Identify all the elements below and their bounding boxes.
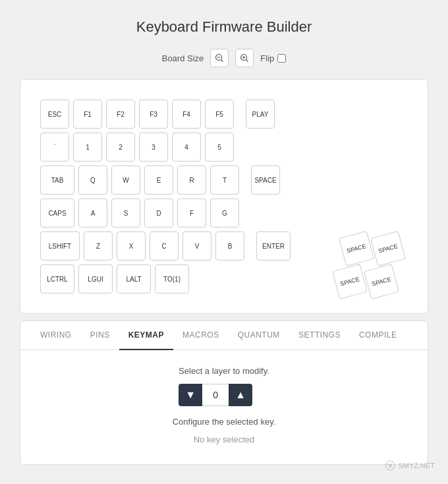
config-section: Configure the selected key. No key selec… <box>173 417 276 444</box>
layer-value: 0 <box>202 384 229 406</box>
layer-select-label: Select a layer to modify. <box>179 366 269 376</box>
key-f4[interactable]: F4 <box>172 100 201 129</box>
key-d[interactable]: D <box>144 198 173 227</box>
tab-settings[interactable]: SETTINGS <box>289 321 350 350</box>
svg-line-1 <box>221 60 223 62</box>
key-z[interactable]: Z <box>84 231 113 260</box>
key-r[interactable]: R <box>177 166 206 195</box>
key-lshift[interactable]: LSHIFT <box>40 231 80 260</box>
tab-quantum[interactable]: QUANTUM <box>229 321 289 350</box>
key-f5[interactable]: F5 <box>205 100 234 129</box>
key-t[interactable]: T <box>210 166 239 195</box>
controls-bar: Board Size Flip <box>162 49 287 67</box>
keyboard-container: ESC F1 F2 F3 F4 F5 PLAY ` 1 2 3 4 5 TAB … <box>20 79 428 314</box>
key-tab[interactable]: TAB <box>40 166 74 195</box>
key-space[interactable]: SPACE <box>251 166 280 195</box>
key-lctrl[interactable]: LCTRL <box>40 264 74 293</box>
key-c[interactable]: C <box>150 231 179 260</box>
key-caps[interactable]: CAPS <box>40 198 74 227</box>
key-s[interactable]: S <box>111 198 140 227</box>
key-esc[interactable]: ESC <box>40 100 69 129</box>
layer-section: Select a layer to modify. ▼ 0 ▲ <box>179 366 269 406</box>
key-row-2: ` 1 2 3 4 5 <box>40 133 408 162</box>
key-play[interactable]: PLAY <box>246 100 275 129</box>
key-1[interactable]: 1 <box>73 133 102 162</box>
key-space-r3[interactable]: SPACE <box>332 264 368 299</box>
page-title: Keyboard Firmware Builder <box>136 18 312 36</box>
layer-increment-button[interactable]: ▲ <box>229 384 252 406</box>
key-to1[interactable]: TO(1) <box>155 264 189 293</box>
watermark-text: SMYZ.NET <box>398 462 435 469</box>
tab-macros[interactable]: MACROS <box>173 321 229 350</box>
flip-checkbox[interactable] <box>277 54 286 63</box>
tab-compile[interactable]: COMPILE <box>350 321 406 350</box>
key-a[interactable]: A <box>78 198 107 227</box>
key-row-3: TAB Q W E R T SPACE <box>40 166 408 195</box>
flip-label: Flip <box>260 53 274 63</box>
key-lalt[interactable]: LALT <box>117 264 151 293</box>
svg-point-7 <box>385 461 395 470</box>
layer-decrement-button[interactable]: ▼ <box>179 384 202 406</box>
rotated-space-cluster: SPACE SPACE SPACE SPACE <box>335 234 408 300</box>
key-f1[interactable]: F1 <box>73 100 102 129</box>
key-space-r4[interactable]: SPACE <box>364 264 399 299</box>
key-v[interactable]: V <box>182 231 211 260</box>
svg-line-4 <box>246 60 248 62</box>
key-lgui[interactable]: LGUI <box>78 264 113 293</box>
layer-control: ▼ 0 ▲ <box>179 384 269 406</box>
tab-keymap[interactable]: KEYMAP <box>119 321 173 350</box>
zoom-in-button[interactable] <box>235 49 254 67</box>
no-key-selected: No key selected <box>173 435 276 444</box>
key-f3[interactable]: F3 <box>139 100 168 129</box>
key-g[interactable]: G <box>210 198 239 227</box>
board-size-label: Board Size <box>162 53 204 63</box>
key-w[interactable]: W <box>111 166 140 195</box>
tab-pins[interactable]: PINS <box>81 321 119 350</box>
tabs-bar: WIRING PINS KEYMAP MACROS QUANTUM SETTIN… <box>20 321 428 350</box>
key-3[interactable]: 3 <box>139 133 168 162</box>
key-row-4: CAPS A S D F G <box>40 198 408 227</box>
key-backtick[interactable]: ` <box>40 133 69 162</box>
key-2[interactable]: 2 <box>106 133 135 162</box>
config-key-label: Configure the selected key. <box>173 417 276 427</box>
tabs-container: WIRING PINS KEYMAP MACROS QUANTUM SETTIN… <box>20 320 428 465</box>
key-b[interactable]: B <box>215 231 244 260</box>
zoom-out-button[interactable] <box>210 49 229 67</box>
key-f2[interactable]: F2 <box>106 100 135 129</box>
key-q[interactable]: Q <box>78 166 107 195</box>
flip-control: Flip <box>260 53 286 63</box>
key-enter[interactable]: ENTER <box>256 231 291 260</box>
key-e[interactable]: E <box>144 166 173 195</box>
key-x[interactable]: X <box>117 231 146 260</box>
key-space-r1[interactable]: SPACE <box>339 231 374 266</box>
key-4[interactable]: 4 <box>172 133 201 162</box>
tab-content-keymap: Select a layer to modify. ▼ 0 ▲ Configur… <box>20 350 428 464</box>
key-5[interactable]: 5 <box>205 133 234 162</box>
watermark: SMYZ.NET <box>385 460 435 471</box>
key-row-1: ESC F1 F2 F3 F4 F5 PLAY <box>40 100 408 129</box>
tab-wiring[interactable]: WIRING <box>31 321 81 350</box>
key-space-r2[interactable]: SPACE <box>370 231 406 266</box>
key-f[interactable]: F <box>177 198 206 227</box>
